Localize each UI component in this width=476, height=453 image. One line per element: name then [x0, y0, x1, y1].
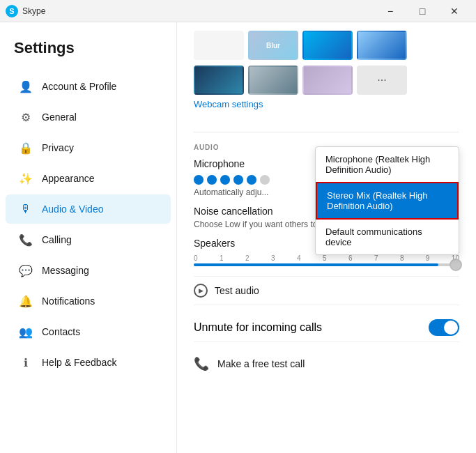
sidebar-label-calling: Calling [42, 234, 72, 245]
help-icon: ℹ [20, 356, 32, 369]
audio-video-icon: 🎙 [20, 203, 32, 215]
sidebar-item-account[interactable]: 👤 Account & Profile [6, 72, 171, 101]
test-audio-button[interactable]: ▶ Test audio [194, 276, 459, 305]
more-dots-label: ··· [377, 74, 386, 86]
dot-2 [207, 175, 217, 185]
sidebar-label-account: Account & Profile [42, 81, 116, 92]
maximize-button[interactable]: □ [406, 0, 438, 22]
sidebar-item-calling[interactable]: 📞 Calling [6, 225, 171, 254]
phone-icon: 📞 [194, 356, 209, 371]
microphone-label: Microphone [194, 158, 245, 169]
appearance-icon: ✨ [20, 172, 32, 185]
sidebar-item-notifications[interactable]: 🔔 Notifications [6, 286, 171, 316]
sidebar-label-audio-video: Audio & Video [42, 204, 103, 215]
sidebar-item-general[interactable]: ⚙ General [6, 102, 171, 132]
dot-5 [247, 175, 256, 185]
dot-4 [233, 175, 243, 185]
noise-label: Noise cancellation [194, 206, 273, 217]
test-call-row[interactable]: 📞 Make a free test call [194, 351, 459, 377]
volume-slider-track[interactable] [194, 263, 459, 266]
bg-thumb-7[interactable] [302, 66, 353, 95]
app-name: Skype [22, 6, 45, 16]
main-layout: Settings 👤 Account & Profile ⚙ General 🔒… [0, 22, 476, 453]
general-icon: ⚙ [20, 111, 32, 123]
sidebar-label-messaging: Messaging [42, 265, 89, 276]
test-call-label: Make a free test call [217, 358, 305, 369]
sidebar-item-contacts[interactable]: 👥 Contacts [6, 317, 171, 346]
sidebar-label-privacy: Privacy [42, 142, 74, 153]
privacy-icon: 🔒 [20, 141, 32, 154]
dropdown-option-2[interactable]: Default communications device [316, 220, 459, 254]
account-icon: 👤 [20, 80, 32, 93]
unmute-label: Unmute for incoming calls [194, 321, 322, 334]
slider-labels: 0 1 2 3 4 5 6 7 8 9 10 [194, 254, 459, 262]
bg-thumb-none[interactable] [194, 31, 244, 60]
bg-thumbnails-row2: ··· [194, 66, 459, 95]
microphone-dropdown-menu: Microphone (Realtek High Definition Audi… [315, 146, 459, 255]
bg-thumb-6[interactable] [248, 66, 298, 95]
unmute-toggle[interactable] [429, 319, 459, 336]
volume-slider-container: 0 1 2 3 4 5 6 7 8 9 10 [194, 254, 459, 266]
blur-label: Blur [266, 42, 280, 49]
bg-thumb-more[interactable]: ··· [357, 66, 407, 95]
content-area: Blur ··· Webcam settings AUDIO Microphon… [177, 22, 476, 453]
sidebar-item-appearance[interactable]: ✨ Appearance [6, 164, 171, 193]
webcam-settings-link[interactable]: Webcam settings [194, 99, 263, 109]
sidebar-item-privacy[interactable]: 🔒 Privacy [6, 133, 171, 162]
sidebar-label-appearance: Appearance [42, 173, 95, 184]
dropdown-option-0[interactable]: Microphone (Realtek High Definition Audi… [316, 147, 459, 182]
calling-icon: 📞 [20, 233, 32, 246]
sidebar-item-help[interactable]: ℹ Help & Feedback [6, 348, 171, 377]
test-audio-label: Test audio [215, 285, 259, 296]
volume-slider-fill [194, 263, 438, 266]
sidebar-item-messaging[interactable]: 💬 Messaging [6, 256, 171, 285]
sidebar-label-contacts: Contacts [42, 326, 80, 337]
minimize-button[interactable]: − [374, 0, 406, 22]
play-icon: ▶ [194, 284, 208, 298]
bg-thumb-blur[interactable]: Blur [248, 31, 298, 60]
dot-6 [260, 175, 270, 185]
divider-audio [194, 132, 459, 132]
bg-thumbnails-row1: Blur [194, 31, 459, 60]
sidebar-label-notifications: Notifications [42, 295, 95, 307]
bg-thumb-4[interactable] [357, 31, 407, 60]
titlebar-logo: S Skype [6, 5, 45, 17]
dropdown-option-1[interactable]: Stereo Mix (Realtek High Definition Audi… [316, 182, 459, 220]
bg-thumb-skype[interactable] [302, 31, 353, 60]
bg-thumb-5[interactable] [194, 66, 244, 95]
volume-slider-thumb[interactable] [450, 259, 462, 271]
sidebar: Settings 👤 Account & Profile ⚙ General 🔒… [0, 22, 177, 453]
dot-1 [194, 175, 204, 185]
contacts-icon: 👥 [20, 325, 32, 338]
settings-title: Settings [0, 28, 176, 71]
unmute-row: Unmute for incoming calls [194, 314, 459, 342]
toggle-thumb [444, 321, 458, 335]
titlebar-controls: − □ ✕ [374, 0, 470, 22]
dot-3 [220, 175, 230, 185]
speakers-label: Speakers [194, 238, 235, 249]
notifications-icon: 🔔 [20, 295, 32, 307]
close-button[interactable]: ✕ [438, 0, 470, 22]
messaging-icon: 💬 [20, 264, 32, 277]
skype-icon: S [6, 5, 18, 17]
titlebar: S Skype − □ ✕ [0, 0, 476, 22]
sidebar-label-general: General [42, 112, 77, 123]
sidebar-label-help: Help & Feedback [42, 357, 116, 368]
sidebar-item-audio-video[interactable]: 🎙 Audio & Video [6, 194, 171, 224]
